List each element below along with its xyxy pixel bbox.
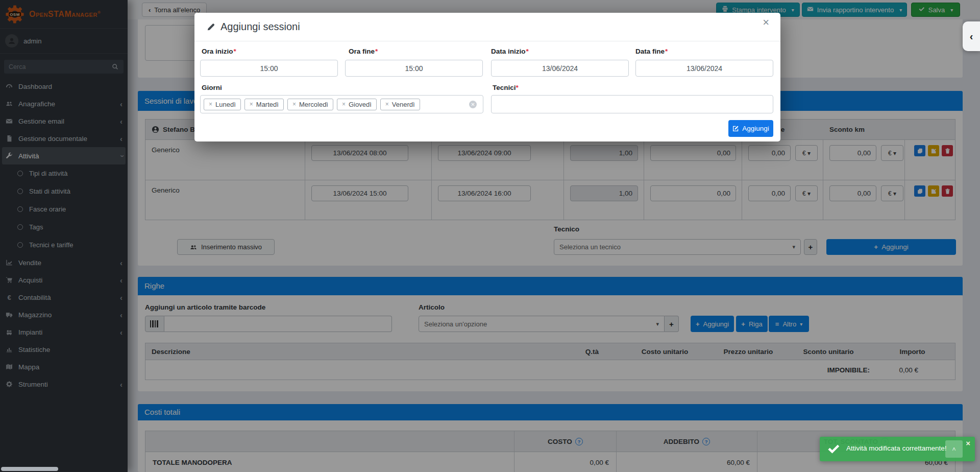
remove-tag-icon[interactable]: × [342, 101, 346, 108]
data-inizio-label: Data inizio* [491, 48, 529, 55]
pencil-icon [207, 22, 215, 31]
modal-header-divider [194, 41, 780, 41]
remove-tag-icon[interactable]: × [209, 101, 212, 108]
giorni-tags-field[interactable]: ×Lunedì ×Martedì ×Mercoledì ×Giovedì ×Ve… [200, 95, 483, 113]
day-chip[interactable]: ×Giovedì [337, 99, 377, 110]
clear-tags-icon[interactable]: ✕ [469, 101, 477, 108]
modal-submit-button[interactable]: Aggiungi [728, 120, 773, 137]
ora-fine-label: Ora fine* [349, 48, 378, 55]
check-icon [827, 442, 840, 457]
horizontal-scrollbar[interactable] [1, 467, 58, 471]
day-chip[interactable]: ×Mercoledì [287, 99, 333, 110]
chevron-left-icon: ‹ [970, 31, 973, 42]
ora-fine-input[interactable] [345, 60, 483, 77]
scroll-top-button[interactable]: ˄ [945, 440, 963, 458]
success-toast: ˄ Attività modificata correttamente! × [820, 437, 975, 461]
side-panel-toggle[interactable]: ‹ [963, 21, 980, 51]
day-chip[interactable]: ×Martedì [244, 99, 284, 110]
tecnici-input[interactable] [491, 95, 773, 113]
tecnici-label: Tecnici* [493, 84, 519, 91]
day-chip[interactable]: ×Venerdì [380, 99, 420, 110]
remove-tag-icon[interactable]: × [250, 101, 253, 108]
ora-inizio-input[interactable] [200, 60, 338, 77]
add-sessions-modal: Aggiungi sessioni × Ora inizio* Ora fine… [194, 13, 780, 141]
ora-inizio-label: Ora inizio* [202, 48, 236, 55]
close-icon[interactable]: × [763, 17, 769, 28]
remove-tag-icon[interactable]: × [385, 101, 389, 108]
chevron-up-icon: ˄ [952, 445, 956, 453]
day-chip[interactable]: ×Lunedì [204, 99, 241, 110]
data-inizio-input[interactable] [491, 60, 629, 77]
data-fine-input[interactable] [635, 60, 773, 77]
toast-message: Attività modificata correttamente! [846, 444, 947, 452]
remove-tag-icon[interactable]: × [292, 101, 296, 108]
modal-title: Aggiungi sessioni [207, 21, 300, 33]
giorni-label: Giorni [202, 84, 222, 91]
edit-icon [732, 125, 739, 132]
data-fine-label: Data fine* [635, 48, 668, 55]
close-icon[interactable]: × [966, 439, 970, 447]
